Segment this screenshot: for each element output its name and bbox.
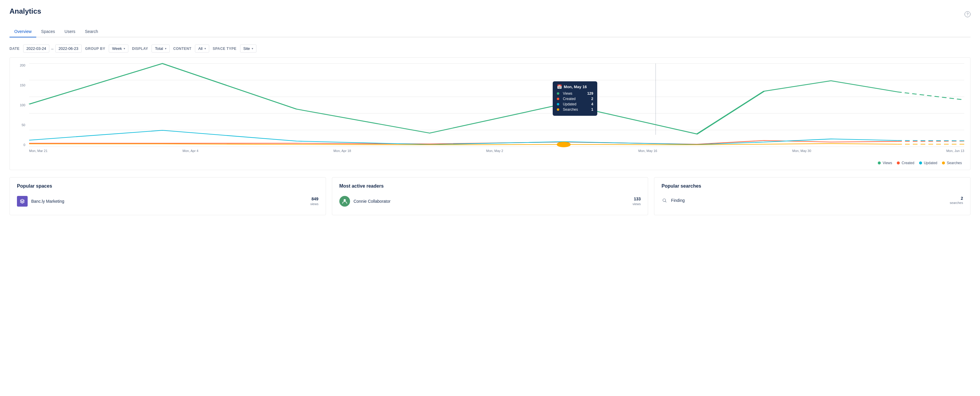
popular-spaces-card: Popular spaces Banc.ly Marketing 849 vie… [10,177,326,215]
content-arrow: ▾ [204,47,206,50]
legend-searches: Searches [942,161,962,165]
user-avatar [339,196,350,207]
date-sep: – [51,46,54,51]
search-count-unit: searches [950,201,963,204]
date-label: DATE [10,47,20,51]
space-count: 849 views [310,196,318,206]
reader-count: 133 views [633,196,641,206]
y-axis: 200 150 100 50 0 [16,63,28,147]
display-select[interactable]: Total ▾ [151,44,169,52]
tab-spaces[interactable]: Spaces [36,26,60,37]
x-axis: Mon, Mar 21 Mon, Apr 4 Mon, Apr 18 Mon, … [29,147,964,158]
y-label-150: 150 [16,83,28,87]
chart-area: 200 150 100 50 0 [16,63,964,158]
x-label-4: Mon, May 16 [638,149,657,152]
space-type-select[interactable]: Site ▾ [240,44,256,52]
x-label-1: Mon, Apr 4 [183,149,198,152]
tooltip-label-views: Views [563,92,584,96]
space-count-num: 849 [310,196,318,201]
tab-search[interactable]: Search [80,26,103,37]
tab-users[interactable]: Users [60,26,80,37]
tooltip-dot-created [557,98,559,100]
search-term: Finding [671,198,946,203]
main-chart: 200 150 100 50 0 [10,57,970,170]
legend-label-searches: Searches [947,161,962,165]
most-active-readers-card: Most active readers Connie Collaborator … [332,177,648,215]
date-start[interactable]: 2022-03-24 [23,44,49,52]
tooltip-val-views: 129 [587,92,593,96]
tooltip-dot-views [557,92,559,95]
display-arrow: ▾ [165,47,166,50]
group-by-select[interactable]: Week ▾ [109,44,128,52]
chart-svg [29,63,964,147]
chart-legend: Views Created Updated Searches [16,161,964,165]
legend-label-created: Created [902,161,914,165]
x-label-0: Mon, Mar 21 [29,149,48,152]
updated-line-dashed [897,140,964,141]
legend-dot-views [878,162,881,165]
y-label-200: 200 [16,63,28,67]
svg-line-8 [665,201,666,202]
legend-label-updated: Updated [924,161,937,165]
popular-spaces-title: Popular spaces [17,184,318,189]
chart-plot: 📅 Mon, May 16 Views 129 Created 2 [29,63,964,147]
tab-overview[interactable]: Overview [10,26,36,37]
tooltip-row-searches: Searches 1 [557,108,593,112]
y-label-100: 100 [16,103,28,107]
active-readers-title: Most active readers [339,184,641,189]
filters-bar: DATE 2022-03-24 – 2022-06-23 GROUP BY We… [10,44,970,52]
search-count-num: 2 [950,196,963,201]
analytics-page: Analytics ? Overview Spaces Users Search… [0,0,980,222]
legend-views: Views [878,161,892,165]
popular-searches-title: Popular searches [662,184,963,189]
space-count-unit: views [310,202,318,206]
search-icon [662,197,667,203]
list-item: Banc.ly Marketing 849 views [17,193,318,209]
space-type-label: SPACE TYPE [213,47,237,51]
legend-dot-created [897,162,900,165]
tooltip-label-updated: Updated [563,102,587,106]
legend-dot-searches [942,162,945,165]
tabs-nav: Overview Spaces Users Search [10,26,970,37]
group-by-label: GROUP BY [85,47,105,51]
svg-point-6 [344,199,345,201]
content-label: CONTENT [173,47,191,51]
popular-searches-card: Popular searches Finding 2 searches [654,177,970,215]
space-name: Banc.ly Marketing [31,199,307,204]
reader-name: Connie Collaborator [353,199,629,204]
space-type-arrow: ▾ [252,47,253,50]
date-end[interactable]: 2022-06-23 [55,44,82,52]
legend-updated: Updated [919,161,937,165]
group-by-arrow: ▾ [124,47,125,50]
date-range[interactable]: 2022-03-24 – 2022-06-23 [23,44,82,52]
tooltip-val-updated: 4 [591,102,593,106]
tooltip-row-created: Created 2 [557,97,593,101]
tooltip-row-views: Views 129 [557,92,593,96]
search-count: 2 searches [950,196,963,205]
x-label-6: Mon, Jun 13 [946,149,964,152]
chart-tooltip: 📅 Mon, May 16 Views 129 Created 2 [553,81,597,116]
display-label: DISPLAY [132,47,148,51]
tooltip-row-updated: Updated 4 [557,102,593,106]
help-icon[interactable]: ? [964,11,970,17]
tooltip-header: 📅 Mon, May 16 [557,84,593,89]
hover-dot-searches [557,142,570,147]
list-item: Connie Collaborator 133 views [339,193,641,209]
crosshair [655,63,656,135]
content-select[interactable]: All ▾ [195,44,209,52]
created-line-dashed [897,141,964,141]
legend-dot-updated [919,162,922,165]
tooltip-val-searches: 1 [591,108,593,112]
updated-line [29,130,897,144]
grid-lines [29,63,964,147]
reader-count-num: 133 [633,196,641,201]
x-label-3: Mon, May 2 [486,149,503,152]
legend-label-views: Views [883,161,892,165]
bottom-cards: Popular spaces Banc.ly Marketing 849 vie… [10,177,970,215]
search-item: Finding 2 searches [662,193,963,207]
x-label-2: Mon, Apr 18 [333,149,351,152]
x-label-5: Mon, May 30 [792,149,811,152]
views-line [29,63,897,134]
reader-count-unit: views [633,202,641,206]
views-line-dashed [897,92,964,100]
